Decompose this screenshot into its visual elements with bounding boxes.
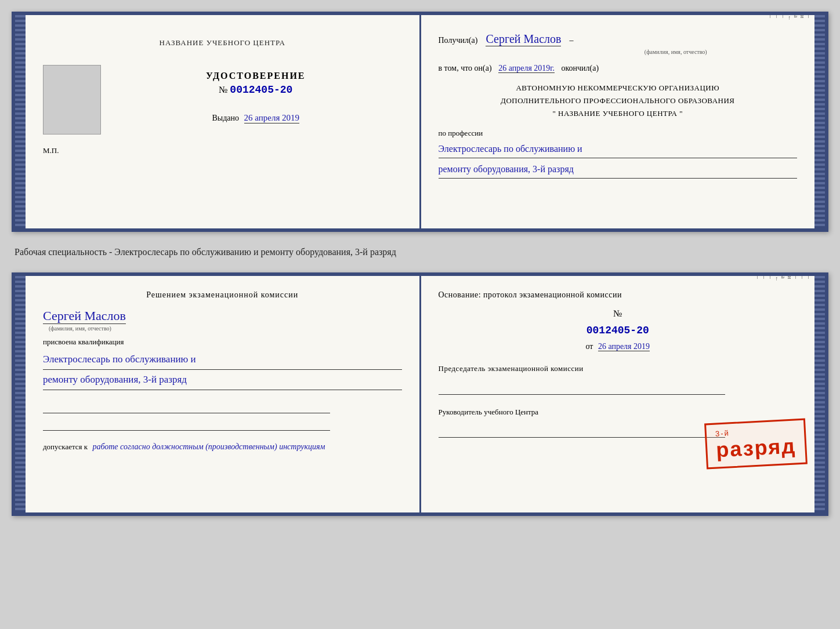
signature-lines bbox=[43, 399, 402, 431]
org-name: НАЗВАНИЕ УЧЕБНОГО ЦЕНТРА bbox=[558, 109, 677, 118]
org-quote-open: " bbox=[552, 109, 556, 118]
cert1-right-page: Получил(а) Сергей Маслов – (фамилия, имя… bbox=[421, 15, 815, 228]
certificate-book-2: Решением экзаменационной комиссии Сергей… bbox=[12, 272, 828, 516]
photo-placeholder bbox=[43, 65, 101, 134]
qualification-line2: ремонту оборудования, 3-й разряд bbox=[43, 370, 402, 390]
edge-marker-2: и bbox=[799, 15, 806, 228]
edge2-marker-1: – bbox=[806, 276, 812, 512]
po-professii-label: по профессии bbox=[439, 129, 798, 138]
cert1-recipient-line: Получил(а) Сергей Маслов – (фамилия, имя… bbox=[439, 32, 798, 55]
cert1-number-prefix: № bbox=[219, 85, 227, 94]
right-edge-markers: – и а ← – – – bbox=[767, 15, 812, 228]
chairman-sig-line bbox=[439, 380, 726, 395]
cert2-name-block: Сергей Маслов (фамилия, имя, отчество) bbox=[43, 308, 402, 332]
sig-line-2 bbox=[43, 416, 330, 431]
cert1-content-area: УДОСТОВЕРЕНИЕ № 0012405-20 Выдано 26 апр… bbox=[43, 65, 402, 134]
poluchil-label: Получил(а) bbox=[439, 36, 478, 45]
cert2-number-prefix: № bbox=[613, 308, 622, 318]
dopuskaetsya-label: допускается к bbox=[43, 442, 88, 451]
between-label: Рабочая специальность - Электрослесарь п… bbox=[12, 242, 828, 262]
cert1-training-center-header: НАЗВАНИЕ УЧЕБНОГО ЦЕНТРА bbox=[43, 38, 402, 48]
ot-prefix: от bbox=[585, 342, 593, 351]
fio-label-1: (фамилия, имя, отчество) bbox=[555, 49, 798, 55]
edge-marker-6: – bbox=[774, 15, 780, 228]
cert2-fio-label: (фамилия, имя, отчество) bbox=[49, 325, 402, 332]
osnovanie-text: Основание: протокол экзаменационной коми… bbox=[439, 290, 798, 300]
edge2-marker-4: и bbox=[787, 276, 793, 512]
rukovoditel-sig-line bbox=[439, 423, 726, 438]
profession-line2: ремонту оборудования, 3-й разряд bbox=[439, 161, 798, 179]
okончil-label: окончил(а) bbox=[561, 64, 599, 72]
rukovoditel-label: Руководитель учебного Центра bbox=[439, 406, 798, 418]
komissia-header: Решением экзаменационной комиссии bbox=[43, 290, 402, 300]
cert1-number-line: № 0012405-20 bbox=[219, 84, 292, 96]
vtom-date: 26 апреля 2019г. bbox=[498, 64, 555, 73]
stamp-main-text: разряд bbox=[715, 434, 796, 461]
edge2-marker-7: – bbox=[767, 276, 774, 512]
right-edge-markers-2: – – – и а ← – – – bbox=[755, 276, 812, 512]
edge2-marker-9: – bbox=[755, 276, 761, 512]
vydano-label: Выдано bbox=[212, 114, 239, 122]
edge2-marker-2: – bbox=[799, 276, 806, 512]
cert1-middle-text: УДОСТОВЕРЕНИЕ № 0012405-20 Выдано 26 апр… bbox=[110, 71, 402, 123]
cert1-org-text: АВТОНОМНУЮ НЕКОММЕРЧЕСКУЮ ОРГАНИЗАЦИЮ ДО… bbox=[439, 82, 798, 120]
edge2-marker-3: – bbox=[793, 276, 799, 512]
qualification-stamp: 3-й разряд bbox=[704, 419, 808, 470]
certificate-book-1: НАЗВАНИЕ УЧЕБНОГО ЦЕНТРА УДОСТОВЕРЕНИЕ №… bbox=[12, 12, 828, 232]
recipient-name: Сергей Маслов bbox=[486, 32, 561, 46]
cert2-name: Сергей Маслов bbox=[43, 308, 126, 324]
prisvoena-label: присвоена квалификация bbox=[43, 337, 402, 347]
edge2-marker-5: а bbox=[780, 276, 787, 512]
vydano-date: 26 апреля 2019 bbox=[244, 113, 300, 123]
edge-marker-5: – bbox=[780, 15, 787, 228]
edge2-marker-6: ← bbox=[774, 276, 780, 512]
chairman-label: Председатель экзаменационной комиссии bbox=[439, 363, 798, 375]
edge-marker-4: ← bbox=[787, 15, 793, 228]
edge-marker-1: – bbox=[806, 15, 812, 228]
qualification-line1: Электрослесарь по обслуживанию и bbox=[43, 350, 402, 370]
page-container: НАЗВАНИЕ УЧЕБНОГО ЦЕНТРА УДОСТОВЕРЕНИЕ №… bbox=[12, 12, 828, 516]
cert1-vydano-line: Выдано 26 апреля 2019 bbox=[212, 113, 299, 123]
cert2-protocol-number: 0012405-20 bbox=[439, 325, 798, 336]
cert1-number: 0012405-20 bbox=[230, 84, 292, 96]
udostoverenie-label: УДОСТОВЕРЕНИЕ bbox=[206, 71, 306, 81]
edge2-marker-8: – bbox=[761, 276, 767, 512]
cert2-ot-line: от 26 апреля 2019 bbox=[439, 342, 798, 351]
org-quote-close: " bbox=[679, 109, 683, 118]
edge-marker-7: – bbox=[767, 15, 774, 228]
vtom-prefix: в том, что он(а) bbox=[439, 64, 492, 72]
profession-line1: Электрослесарь по обслуживанию и bbox=[439, 141, 798, 158]
sig-line-1 bbox=[43, 399, 330, 413]
cert2-left-page: Решением экзаменационной комиссии Сергей… bbox=[26, 276, 421, 512]
cert2-number-block: № 0012405-20 bbox=[439, 308, 798, 336]
cert1-vtom-line: в том, что он(а) 26 апреля 2019г. окончи… bbox=[439, 64, 798, 73]
mp-label: М.П. bbox=[43, 146, 402, 155]
org-line2: ДОПОЛНИТЕЛЬНОГО ПРОФЕССИОНАЛЬНОГО ОБРАЗО… bbox=[439, 94, 798, 107]
ot-date: 26 апреля 2019 bbox=[598, 342, 650, 351]
edge-marker-3: а bbox=[793, 15, 799, 228]
org-name-line: " НАЗВАНИЕ УЧЕБНОГО ЦЕНТРА " bbox=[439, 107, 798, 120]
dopuskaetsya-text: работе согласно должностным (производств… bbox=[92, 442, 325, 451]
dopuskaetsya-block: допускается к работе согласно должностны… bbox=[43, 442, 402, 452]
org-line1: АВТОНОМНУЮ НЕКОММЕРЧЕСКУЮ ОРГАНИЗАЦИЮ bbox=[439, 82, 798, 94]
cert1-left-page: НАЗВАНИЕ УЧЕБНОГО ЦЕНТРА УДОСТОВЕРЕНИЕ №… bbox=[26, 15, 421, 228]
dash1: – bbox=[569, 36, 573, 45]
